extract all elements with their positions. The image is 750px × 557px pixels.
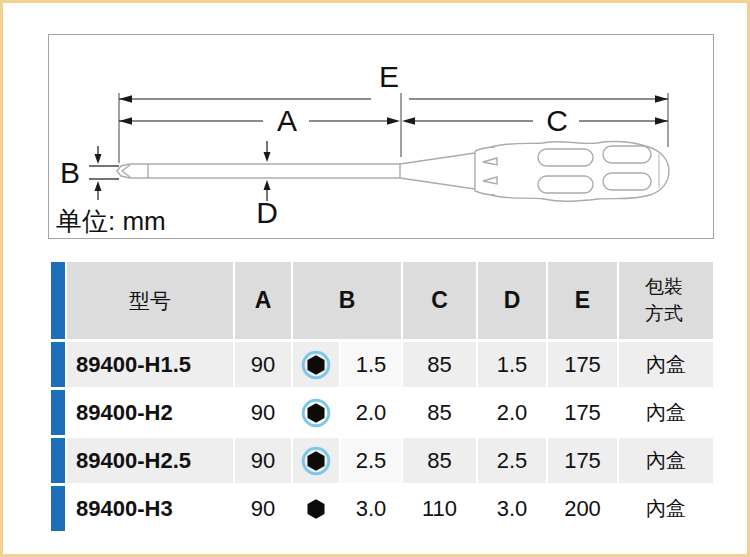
hex-tip-icon <box>301 350 331 380</box>
dim-label-b: B <box>60 156 80 189</box>
unit-label: 单位: mm <box>56 206 166 236</box>
dim-arrows-b <box>89 146 119 200</box>
model-cell: 89400-H1.5 <box>67 342 233 387</box>
value-cell-a: 90 <box>235 438 291 483</box>
col-header-c: C <box>403 262 476 339</box>
value-cell-a: 90 <box>235 342 291 387</box>
spec-table: 型号 A B C D E 包裝方式 89400-H1.5 90 1.5 85 1… <box>51 262 713 531</box>
extension-lines <box>119 93 668 163</box>
value-cell-c: 110 <box>403 486 476 531</box>
value-cell-b: 1.5 <box>341 342 401 387</box>
accent-bar-segment <box>51 390 65 435</box>
dim-label-e: E <box>379 60 399 93</box>
value-cell-e: 175 <box>548 390 617 435</box>
packing-cell: 內盒 <box>619 486 713 531</box>
accent-bar-segment <box>51 342 65 387</box>
hex-icon-cell <box>293 438 339 483</box>
dimension-diagram: E A C B <box>48 34 714 239</box>
value-cell-d: 1.5 <box>478 342 546 387</box>
value-cell-c: 85 <box>403 342 476 387</box>
value-cell-d: 2.0 <box>478 390 546 435</box>
value-cell-b: 2.5 <box>341 438 401 483</box>
dim-line-e <box>119 95 668 102</box>
value-cell-c: 85 <box>403 438 476 483</box>
value-cell-b: 2.0 <box>341 390 401 435</box>
accent-bar-segment <box>51 486 65 531</box>
dim-line-a <box>119 117 400 124</box>
screwdriver-diagram-svg: E A C B <box>49 35 713 238</box>
value-cell-a: 90 <box>235 486 291 531</box>
col-header-model: 型号 <box>67 262 233 339</box>
value-cell-e: 175 <box>548 342 617 387</box>
value-cell-d: 3.0 <box>478 486 546 531</box>
hex-icon-cell <box>293 486 339 531</box>
col-header-a: A <box>235 262 291 339</box>
value-cell-d: 2.5 <box>478 438 546 483</box>
accent-bar-segment <box>51 262 65 339</box>
model-cell: 89400-H3 <box>67 486 233 531</box>
value-cell-a: 90 <box>235 390 291 435</box>
value-cell-e: 200 <box>548 486 617 531</box>
dim-line-c <box>402 117 668 124</box>
col-header-packing: 包裝方式 <box>619 262 713 339</box>
dim-label-c: C <box>546 104 568 137</box>
screwdriver-drawing <box>117 142 669 202</box>
model-cell: 89400-H2.5 <box>67 438 233 483</box>
hex-tip-icon <box>301 398 331 428</box>
packing-cell: 內盒 <box>619 342 713 387</box>
col-header-b: B <box>293 262 401 339</box>
value-cell-e: 175 <box>548 438 617 483</box>
dim-label-a: A <box>277 104 297 137</box>
hex-icon-cell <box>293 390 339 435</box>
value-cell-c: 85 <box>403 390 476 435</box>
accent-bar-segment <box>51 438 65 483</box>
packing-cell: 內盒 <box>619 438 713 483</box>
hex-tip-icon <box>301 494 331 524</box>
packing-cell: 內盒 <box>619 390 713 435</box>
col-header-d: D <box>478 262 546 339</box>
hex-icon-cell <box>293 342 339 387</box>
dim-arrows-d <box>264 141 271 201</box>
col-header-packing-label: 包裝方式 <box>645 274 687 328</box>
col-header-e: E <box>548 262 617 339</box>
dim-label-d: D <box>256 196 278 229</box>
value-cell-b: 3.0 <box>341 486 401 531</box>
model-cell: 89400-H2 <box>67 390 233 435</box>
hex-tip-icon <box>301 446 331 476</box>
